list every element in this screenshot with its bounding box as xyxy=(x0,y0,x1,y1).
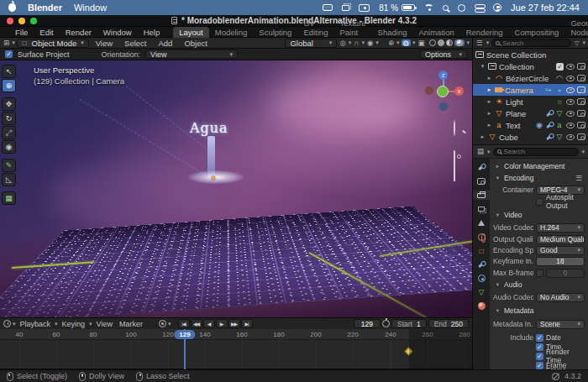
include-time-checkbox[interactable]: ✓ xyxy=(536,343,543,351)
wifi-icon[interactable] xyxy=(424,4,433,11)
x-axis-ball[interactable]: X xyxy=(454,86,464,96)
include-date-checkbox[interactable]: ✓ xyxy=(536,334,543,342)
current-frame-field[interactable]: 129 xyxy=(354,319,381,328)
text-object[interactable]: Agua xyxy=(190,120,228,136)
tab-object-icon[interactable]: □ xyxy=(475,246,489,255)
encoding-speed-select[interactable]: Good ▾ xyxy=(536,246,585,255)
zoom-icon[interactable] xyxy=(454,120,455,136)
tool-rotate[interactable]: ↻ xyxy=(2,112,16,125)
hide-viewport-icon[interactable] xyxy=(566,64,575,70)
tab-animation[interactable]: Animation xyxy=(412,27,459,38)
section-video[interactable]: ▾ Video xyxy=(490,210,588,220)
disable-render-icon[interactable] xyxy=(577,122,585,128)
expand-icon[interactable]: ▸ xyxy=(486,110,492,117)
tab-geometry-nodes[interactable]: Geometry Nodes xyxy=(564,18,588,38)
tab-scene-icon[interactable] xyxy=(475,218,489,228)
timeline-ruler[interactable]: 40 60 80 100 120 140 160 180 200 220 240… xyxy=(0,329,472,340)
tab-material-icon[interactable] xyxy=(475,301,489,311)
shading-material-icon[interactable] xyxy=(446,39,453,46)
terrain-plane[interactable] xyxy=(0,60,472,317)
add-menu[interactable]: Add xyxy=(153,39,177,48)
show-overlays-icon[interactable]: ◍ xyxy=(402,39,411,47)
max-b-frames-field[interactable]: 0 xyxy=(546,269,585,278)
outliner-item-label[interactable]: Scene Collection xyxy=(486,50,546,60)
outliner-item-label[interactable]: BézierCircle xyxy=(506,74,549,83)
filter-funnel-icon[interactable]: ▽ xyxy=(574,40,580,46)
tab-output-icon[interactable] xyxy=(473,191,491,200)
shading-wireframe-icon[interactable] xyxy=(429,39,436,46)
3d-viewport[interactable]: Agua User Perspective (129) Collection |… xyxy=(0,60,472,317)
disable-render-icon[interactable] xyxy=(577,75,585,81)
options-button[interactable]: Options ▾ xyxy=(420,50,467,59)
audio-codec-select[interactable]: No Audio ▾ xyxy=(536,293,585,302)
end-frame-field[interactable]: End 250 xyxy=(428,319,469,328)
tab-uv-editing[interactable]: UV Editing xyxy=(297,18,333,38)
jump-to-end-button[interactable]: ▶| xyxy=(241,319,253,328)
properties-editor-dropdown[interactable]: ▾ xyxy=(487,149,491,155)
tool-transform[interactable]: ◉ xyxy=(2,140,16,154)
mode-selector[interactable]: □ Object Mode ▾ xyxy=(17,39,89,48)
outliner-item-label[interactable]: Camera xyxy=(505,86,533,95)
tab-view-layer-icon[interactable] xyxy=(475,205,489,214)
outliner-row-scene-collection[interactable]: Scene Collection xyxy=(473,49,588,60)
max-b-frames-checkbox[interactable]: ✓ xyxy=(536,269,543,277)
network-offline-icon[interactable] xyxy=(552,373,559,380)
tab-world-icon[interactable] xyxy=(475,233,489,242)
outliner-row-light[interactable]: ▸ ☀ Light ☼ xyxy=(473,96,588,107)
include-render-time-checkbox[interactable]: ✓ xyxy=(536,353,543,360)
video-codec-select[interactable]: H.264 ▾ xyxy=(536,223,585,233)
camera-view-icon[interactable] xyxy=(454,150,455,166)
close-window-button[interactable] xyxy=(7,18,13,24)
tool-cursor[interactable]: ⊕ xyxy=(2,79,16,92)
properties-search-input[interactable] xyxy=(504,148,575,155)
maximize-window-button[interactable] xyxy=(30,18,37,24)
battery-indicator[interactable]: 81 % xyxy=(379,3,415,13)
outliner-row-camera[interactable]: ▸ Camera ↪ ◒ xyxy=(473,84,588,96)
disable-render-icon[interactable] xyxy=(577,63,585,70)
gizmo-dropdown[interactable]: ▾ xyxy=(396,39,400,46)
user-icon[interactable] xyxy=(493,3,501,12)
object-menu[interactable]: Object xyxy=(179,39,212,48)
outliner-display-dropdown[interactable]: ▾ xyxy=(486,39,490,46)
tab-shading[interactable]: Shading xyxy=(372,27,413,38)
tab-rendering[interactable]: Rendering xyxy=(460,27,509,38)
section-metadata[interactable]: ▾ Metadata xyxy=(490,306,588,316)
outliner-item-label[interactable]: Cube xyxy=(499,133,518,142)
tab-tool-icon[interactable] xyxy=(475,163,489,172)
help-menu[interactable]: Help xyxy=(139,28,165,37)
outliner-row-text[interactable]: ▸ a Text ◉ a xyxy=(473,119,588,131)
jump-to-start-button[interactable]: |◀ xyxy=(178,319,190,328)
outliner-item-label[interactable]: Light xyxy=(506,97,523,107)
render-menu[interactable]: Render xyxy=(60,28,97,37)
pivot-dropdown[interactable]: ▾ xyxy=(349,39,352,46)
tab-data-icon[interactable]: ▽ xyxy=(475,288,489,297)
hide-viewport-icon[interactable] xyxy=(566,99,575,105)
window-menu[interactable]: Window xyxy=(74,3,107,13)
expand-icon[interactable]: ▸ xyxy=(480,133,486,140)
view-menu[interactable]: View xyxy=(91,39,118,48)
control-center-icon[interactable] xyxy=(475,4,484,12)
section-audio[interactable]: ▾ Audio xyxy=(490,280,588,290)
tab-sculpting[interactable]: Sculpting xyxy=(253,27,297,38)
keying-set-dropdown[interactable]: ▾ xyxy=(168,321,171,327)
next-keyframe-button[interactable]: ▶▶ xyxy=(228,319,240,328)
edit-menu[interactable]: Edit xyxy=(34,28,58,37)
outliner-row-cube[interactable]: ▸ ▽ Cube ▽ xyxy=(473,131,588,143)
tool-measure[interactable]: ◺ xyxy=(2,173,16,186)
overlays-dropdown[interactable]: ▾ xyxy=(412,39,416,46)
tab-modeling[interactable]: Modeling xyxy=(209,27,254,38)
pivot-point-icon[interactable]: ◎ xyxy=(339,39,346,47)
proportional-editing-icon[interactable]: ◉ xyxy=(366,39,374,47)
editor-type-icon[interactable]: ⊞ xyxy=(3,39,10,47)
keyframe-interval-slider[interactable]: 18 xyxy=(536,257,585,266)
tool-scale[interactable]: ⤢ xyxy=(2,126,16,139)
y-axis-ball[interactable] xyxy=(437,86,449,97)
section-color-management[interactable]: ▸ Color Management xyxy=(490,161,588,171)
minimize-window-button[interactable] xyxy=(18,18,25,24)
properties-filter-dropdown[interactable]: ▾ xyxy=(581,149,585,155)
toggle-xray-icon[interactable]: ▣ xyxy=(417,39,425,47)
include-frame-checkbox[interactable]: ✓ xyxy=(536,362,543,369)
window-menu-blender[interactable]: Window xyxy=(98,28,137,37)
expand-icon[interactable]: ▸ xyxy=(486,86,492,93)
surface-project-checkbox[interactable]: ✓ xyxy=(5,50,13,58)
